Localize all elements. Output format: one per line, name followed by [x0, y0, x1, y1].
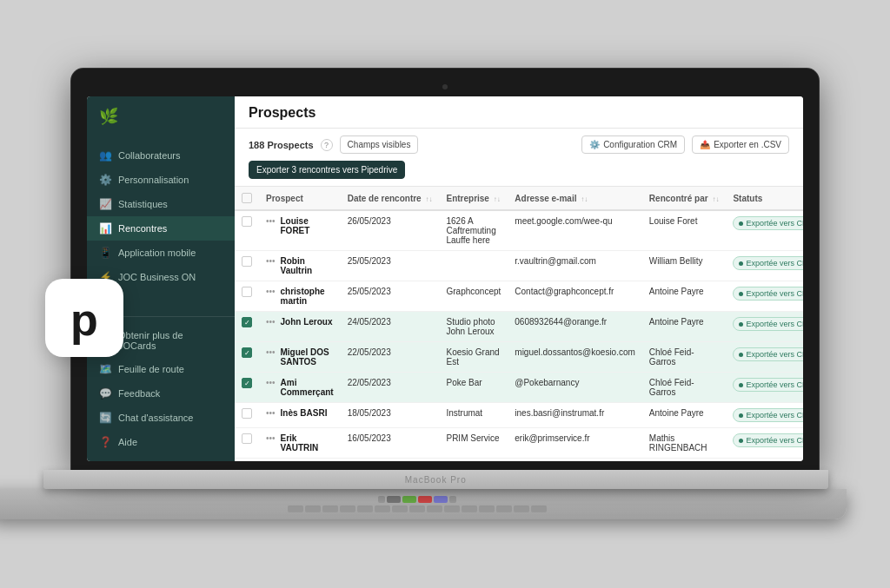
row-entreprise-cell: 1626 A Caftremuting Lauffe here [439, 210, 508, 251]
sidebar-item-aide[interactable]: ❓ Aide [87, 430, 235, 454]
row-checkbox[interactable] [242, 256, 252, 267]
row-prospect-name: Robin Vaultrin [281, 256, 334, 275]
header-date: Date de rencontre ↑↓ [341, 187, 440, 210]
feedback-icon: 💬 [99, 387, 111, 400]
export-pipedrive-button[interactable]: Exporter 3 rencontres vers Pipedrive [249, 161, 405, 179]
row-prospect-cell: ••• John Leroux [259, 312, 341, 342]
badge-dot [739, 322, 743, 327]
sidebar-item-collaborateurs[interactable]: 👥 Collaborateurs [87, 143, 235, 168]
laptop-bezel: 🌿 👥 Collaborateurs ⚙️ Personnalisation 📈… [71, 69, 819, 470]
badge-dot [739, 439, 743, 443]
statistiques-icon: 📈 [99, 198, 111, 210]
row-email-cell: Contact@graphconcept.fr [508, 281, 642, 312]
row-dot-menu[interactable]: ••• [266, 378, 276, 387]
row-prospect-name: Louise FORET [281, 216, 334, 235]
sort-entreprise-icon[interactable]: ↑↓ [494, 195, 501, 203]
row-prospect-cell: ••• Robin Vaultrin [259, 251, 341, 281]
row-entreprise-cell [439, 251, 508, 281]
row-rencontre-par-cell: Chloé Feid-Garros [642, 342, 727, 373]
row-check-cell: ✓ [235, 312, 259, 342]
sidebar-item-label: Feuille de route [118, 364, 184, 374]
export-csv-button[interactable]: 📤 Exporter en .CSV [692, 135, 789, 154]
table-row: ••• Robin Vaultrin 25/05/2023 r.vaultrin… [235, 251, 803, 281]
sidebar-item-personnalisation[interactable]: ⚙️ Personnalisation [87, 168, 235, 192]
sidebar-item-statistiques[interactable]: 📈 Statistiques [87, 192, 235, 216]
sidebar-item-label: JOC Business ON [118, 272, 196, 282]
sidebar-item-label: Chat d'assistance [118, 413, 193, 423]
row-checkbox[interactable] [242, 216, 252, 227]
sort-email-icon[interactable]: ↑↓ [581, 195, 588, 203]
row-checkbox[interactable]: ✓ [242, 378, 252, 388]
row-statut-cell: Exportée vers CRM [726, 281, 803, 312]
table-header-row: Prospect Date de rencontre ↑↓ Entreprise… [235, 187, 803, 210]
sort-date-icon[interactable]: ↑↓ [425, 195, 432, 203]
champs-visibles-button[interactable]: Champs visibles [340, 135, 419, 154]
header-entreprise: Entreprise ↑↓ [439, 187, 508, 210]
help-circle-icon[interactable]: ? [321, 139, 333, 151]
row-prospect-name: John Leroux [281, 317, 333, 327]
row-date-cell: 18/05/2023 [341, 403, 440, 428]
row-checkbox[interactable] [242, 287, 252, 297]
sidebar-item-rencontres[interactable]: 📊 Rencontres [87, 216, 235, 241]
sidebar-item-application-mobile[interactable]: 📱 Application mobile [87, 241, 235, 265]
table-body: ••• Louise FORET 26/05/2023 1626 A Caftr… [235, 210, 803, 461]
row-dot-menu[interactable]: ••• [266, 317, 276, 327]
sidebar-logo: 🌿 [87, 96, 235, 136]
row-dot-menu[interactable]: ••• [266, 256, 276, 266]
select-all-checkbox[interactable] [242, 193, 252, 203]
row-check-cell [235, 403, 259, 428]
help-icon: ❓ [99, 436, 111, 448]
row-rencontre-par-cell: Antoine Payre [642, 312, 727, 342]
sidebar-item-label: Rencontres [118, 223, 167, 234]
row-checkbox[interactable]: ✓ [242, 317, 252, 327]
row-statut-cell: Exportée vers CRM [726, 373, 803, 403]
row-rencontre-par-cell: Mathis RINGENBACH [642, 428, 727, 459]
row-prospect-cell: ••• Erik VAUTRIN [259, 428, 341, 459]
status-badge: Exportée vers CRM [733, 216, 803, 230]
export-icon: 📤 [700, 140, 710, 149]
status-badge: Exportée vers CRM [733, 317, 803, 331]
badge-dot [739, 292, 743, 296]
row-prospect-cell: ••• Inès BASRI [259, 403, 341, 428]
app-icon-letter: p [70, 297, 98, 342]
row-prospect-name: Inès BASRI [281, 408, 328, 418]
row-dot-menu[interactable]: ••• [266, 408, 276, 418]
sidebar-item-label: Statistiques [118, 199, 168, 209]
config-crm-button[interactable]: ⚙️ Configuration CRM [581, 135, 685, 154]
row-rencontre-par-cell: Louise Foret [642, 210, 727, 251]
row-entreprise-cell: Poke Bar [439, 373, 508, 403]
row-date-cell: 25/05/2023 [341, 281, 440, 312]
header-rencontre-par: Rencontré par ↑↓ [642, 187, 727, 210]
row-rencontre-par-cell: William Bellity [642, 251, 727, 281]
prospects-table: Prospect Date de rencontre ↑↓ Entreprise… [235, 187, 803, 461]
row-checkbox[interactable] [242, 408, 252, 419]
row-statut-cell: Exportée vers CRM [726, 428, 803, 459]
row-check-cell: ✓ [235, 342, 259, 373]
row-dot-menu[interactable]: ••• [266, 433, 276, 443]
status-badge: Exportée vers CRM [733, 433, 803, 447]
row-checkbox[interactable]: ✓ [242, 347, 252, 358]
main-content: Prospects 188 Prospects ? Champs visible… [235, 96, 803, 461]
row-checkbox[interactable] [242, 433, 252, 444]
row-date-cell: 25/05/2023 [341, 251, 440, 281]
sort-rencontre-icon[interactable]: ↑↓ [712, 195, 719, 203]
row-email-cell: @Pokebarnancy [508, 373, 642, 403]
row-statut-cell: Exportée vers CRM [726, 312, 803, 342]
sidebar-item-chat-assistance[interactable]: 🔄 Chat d'assistance [87, 406, 235, 430]
row-date-cell: 22/05/2023 [341, 342, 440, 373]
app-icon: p [45, 279, 123, 357]
row-dot-menu[interactable]: ••• [266, 216, 276, 226]
row-dot-menu[interactable]: ••• [266, 347, 276, 357]
row-statut-cell: Exportée vers CRM [726, 210, 803, 251]
sidebar-item-feuille-de-route[interactable]: 🗺️ Feuille de route [87, 357, 235, 381]
laptop-base: MacBook Pro [43, 470, 828, 489]
sidebar-item-label: Obtenir plus de JOCards [118, 330, 222, 351]
laptop-brand: MacBook Pro [405, 475, 467, 485]
logo-leaf-icon: 🌿 [99, 107, 118, 126]
row-prospect-cell: ••• christophe martin [259, 281, 341, 312]
row-dot-menu[interactable]: ••• [266, 287, 276, 296]
sidebar-item-feedback[interactable]: 💬 Feedback [87, 381, 235, 406]
table-row: ✓ ••• Ami Commerçant 22/05/2023 Poke Bar… [235, 373, 803, 403]
status-badge: Exportée vers CRM [733, 347, 803, 361]
row-date-cell: 26/05/2023 [341, 210, 440, 251]
